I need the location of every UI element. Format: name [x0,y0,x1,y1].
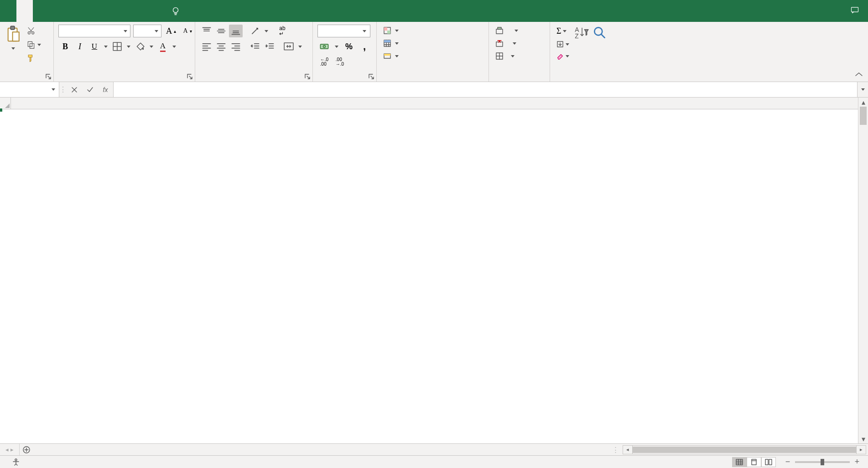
scroll-thumb[interactable] [860,107,867,125]
scroll-up-button[interactable]: ▴ [858,98,868,107]
page-break-icon [765,459,772,465]
percent-button[interactable]: % [342,40,356,53]
font-color-button[interactable]: A [156,40,170,53]
tab-split-handle[interactable]: ⋮ [612,446,619,454]
dialog-launcher[interactable] [45,73,52,80]
tab-formulas[interactable] [66,0,82,22]
copy-button[interactable] [25,39,43,50]
zoom-out-button[interactable]: − [784,457,791,467]
vertical-scrollbar[interactable]: ▴ ▾ [858,98,868,443]
tab-insert[interactable] [33,0,49,22]
hscroll-track[interactable] [633,445,856,454]
wrap-text-button[interactable]: ab↵ [275,25,289,37]
delete-cells-button[interactable] [494,38,518,48]
format-as-table-button[interactable] [381,38,400,48]
hscroll-thumb[interactable] [633,447,856,453]
accounting-dropdown[interactable] [333,45,340,49]
zoom-thumb[interactable] [821,459,824,465]
paste-button[interactable] [5,25,22,51]
orientation-dropdown[interactable] [263,29,270,33]
borders-button[interactable] [110,40,124,53]
accessibility-status[interactable] [12,458,23,466]
hscroll-right-button[interactable]: ▸ [856,445,866,454]
tell-me-search[interactable] [171,0,185,22]
normal-view-button[interactable] [732,457,747,467]
align-left-button[interactable] [200,40,213,53]
comma-icon: , [363,41,366,52]
orientation-button[interactable] [248,25,262,37]
select-all-corner[interactable] [0,98,11,109]
align-top-button[interactable] [200,25,213,37]
name-box[interactable] [0,82,59,97]
align-right-button[interactable] [229,40,243,53]
autosum-button[interactable]: Σ [555,26,571,37]
tab-help[interactable] [131,0,148,22]
scroll-track[interactable] [858,107,868,434]
conditional-formatting-button[interactable] [381,26,400,36]
decrease-indent-button[interactable] [248,40,262,53]
increase-font-button[interactable]: A▴ [164,25,178,37]
enter-formula-button[interactable] [82,82,98,97]
new-sheet-button[interactable] [20,444,33,455]
underline-dropdown[interactable] [102,45,109,49]
page-break-view-button[interactable] [761,457,776,467]
tab-file[interactable] [0,0,16,22]
hscroll-left-button[interactable]: ◂ [623,445,633,454]
cancel-formula-button[interactable] [67,82,82,97]
zoom-slider[interactable] [795,461,850,463]
fill-color-dropdown[interactable] [148,45,155,49]
dialog-launcher[interactable] [368,73,374,80]
tab-page-layout[interactable] [49,0,66,22]
merge-dropdown[interactable] [296,45,304,49]
accounting-format-button[interactable] [317,40,331,53]
font-color-dropdown[interactable] [171,45,178,49]
formula-input[interactable] [114,82,857,97]
insert-cells-button[interactable] [494,26,520,36]
font-name-select[interactable] [58,25,130,37]
tab-data[interactable] [82,0,99,22]
expand-formula-bar-button[interactable] [857,82,868,97]
font-size-select[interactable] [133,25,161,37]
svg-text:Z: Z [575,32,578,39]
align-center-button[interactable] [214,40,228,53]
tab-home[interactable] [16,0,33,22]
decrease-font-button[interactable]: A▾ [181,25,194,37]
x-icon [71,86,78,93]
underline-button[interactable]: U [88,40,101,53]
decrease-decimal-button[interactable]: .00→.0 [333,56,347,68]
format-cells-button[interactable] [494,51,516,61]
tab-acrobat[interactable] [148,0,164,22]
dialog-launcher[interactable] [187,73,193,80]
fill-color-button[interactable] [133,40,147,53]
insert-function-button[interactable]: fx [98,82,113,97]
tab-review[interactable] [99,0,115,22]
tab-view[interactable] [115,0,131,22]
cell-styles-button[interactable] [381,51,400,61]
italic-button[interactable]: I [73,40,87,53]
sort-filter-button[interactable]: AZ [574,26,589,40]
page-layout-view-button[interactable] [747,457,761,467]
fill-button[interactable] [555,40,571,49]
cut-button[interactable] [25,26,43,36]
sheet-prev-button[interactable]: ◂ [5,446,9,453]
zoom-in-button[interactable]: + [853,457,861,467]
bold-button[interactable]: B [58,40,72,53]
chevron-up-icon [854,71,863,77]
align-middle-button[interactable] [214,25,228,37]
comma-button[interactable]: , [358,40,371,53]
format-painter-button[interactable] [25,53,43,64]
find-select-button[interactable] [592,26,608,40]
merge-button[interactable] [282,40,296,53]
sheet-next-button[interactable]: ▸ [10,446,14,453]
dialog-launcher[interactable] [304,73,311,80]
clear-button[interactable] [555,51,571,61]
increase-indent-button[interactable] [263,40,276,53]
scroll-down-button[interactable]: ▾ [858,434,868,443]
number-format-select[interactable] [317,25,370,37]
comments-icon[interactable] [850,5,860,17]
align-bottom-button[interactable] [229,25,243,37]
check-icon [86,86,94,93]
borders-dropdown[interactable] [125,45,132,49]
collapse-ribbon-button[interactable] [854,71,863,79]
increase-decimal-button[interactable]: ←.0.00 [317,56,331,68]
